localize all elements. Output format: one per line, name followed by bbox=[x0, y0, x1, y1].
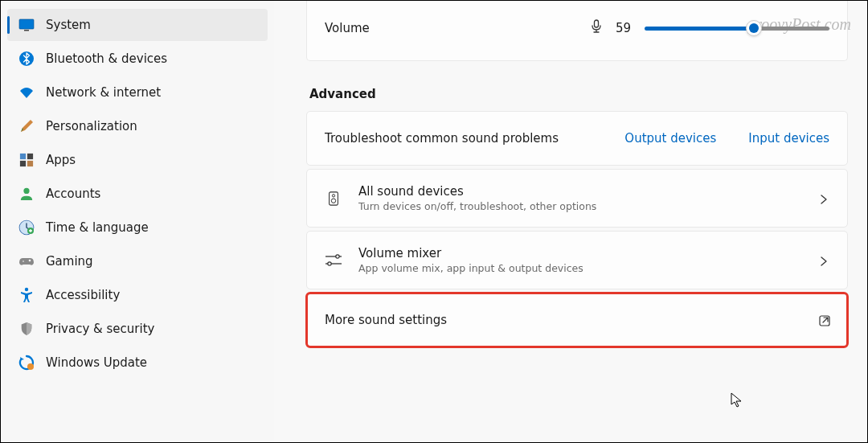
sidebar-item-label: Accessibility bbox=[46, 288, 120, 302]
apps-icon bbox=[18, 152, 35, 168]
sidebar-item-bluetooth[interactable]: Bluetooth & devices bbox=[7, 43, 268, 75]
system-icon bbox=[18, 17, 35, 33]
svg-rect-6 bbox=[20, 161, 26, 166]
sidebar-item-label: Gaming bbox=[46, 254, 93, 269]
main-content: groovyPost.com Volume 59 Advanc bbox=[274, 1, 867, 442]
all-devices-title: All sound devices bbox=[358, 184, 810, 199]
sidebar-item-label: Network & internet bbox=[46, 85, 161, 100]
brush-icon bbox=[18, 118, 35, 134]
svg-rect-0 bbox=[19, 19, 34, 29]
sidebar-item-label: Apps bbox=[46, 153, 76, 167]
svg-point-14 bbox=[25, 288, 28, 291]
accessibility-icon bbox=[18, 287, 35, 303]
mouse-cursor bbox=[731, 392, 745, 410]
svg-point-13 bbox=[23, 260, 24, 262]
sidebar-item-time-language[interactable]: Time & language bbox=[7, 211, 268, 244]
svg-rect-16 bbox=[595, 20, 599, 27]
volume-slider-thumb[interactable] bbox=[746, 20, 762, 36]
chevron-right-icon bbox=[818, 193, 829, 204]
advanced-section-title: Advanced bbox=[309, 87, 848, 101]
input-devices-link[interactable]: Input devices bbox=[748, 131, 829, 146]
sidebar-item-privacy[interactable]: Privacy & security bbox=[7, 313, 268, 345]
volume-value: 59 bbox=[616, 21, 633, 35]
clock-icon bbox=[18, 219, 35, 236]
more-sound-title: More sound settings bbox=[325, 313, 810, 327]
sidebar-item-label: Privacy & security bbox=[46, 322, 154, 336]
gamepad-icon bbox=[18, 253, 35, 269]
svg-point-19 bbox=[331, 199, 335, 203]
wifi-icon bbox=[18, 84, 35, 100]
open-external-icon bbox=[818, 314, 829, 326]
svg-rect-7 bbox=[27, 161, 33, 166]
sidebar-item-label: Windows Update bbox=[46, 355, 147, 370]
sidebar-item-label: Time & language bbox=[46, 220, 149, 235]
mixer-subtitle: App volume mix, app input & output devic… bbox=[358, 262, 810, 274]
svg-point-21 bbox=[336, 254, 339, 257]
speaker-device-icon bbox=[325, 190, 342, 207]
settings-sidebar: System Bluetooth & devices Network & int… bbox=[1, 1, 274, 442]
microphone-icon[interactable] bbox=[588, 18, 604, 38]
mixer-title: Volume mixer bbox=[358, 246, 810, 260]
output-devices-link[interactable]: Output devices bbox=[624, 131, 716, 146]
svg-point-23 bbox=[328, 261, 331, 265]
all-sound-devices-row[interactable]: All sound devices Turn devices on/off, t… bbox=[306, 169, 848, 228]
watermark-text: groovyPost.com bbox=[747, 15, 851, 34]
chevron-right-icon bbox=[818, 255, 829, 266]
svg-point-18 bbox=[332, 194, 334, 196]
bluetooth-icon bbox=[18, 51, 35, 67]
sidebar-item-accessibility[interactable]: Accessibility bbox=[7, 279, 268, 311]
mixer-icon bbox=[325, 252, 342, 269]
shield-icon bbox=[18, 321, 35, 337]
volume-slider[interactable] bbox=[645, 27, 829, 31]
sidebar-item-label: Accounts bbox=[46, 187, 100, 201]
more-sound-settings-row[interactable]: More sound settings bbox=[306, 293, 848, 347]
troubleshoot-card: Troubleshoot common sound problems Outpu… bbox=[306, 111, 848, 166]
sidebar-item-network[interactable]: Network & internet bbox=[7, 76, 268, 109]
sidebar-item-system[interactable]: System bbox=[7, 9, 268, 41]
volume-label: Volume bbox=[325, 21, 370, 35]
sidebar-item-gaming[interactable]: Gaming bbox=[7, 245, 268, 277]
all-devices-subtitle: Turn devices on/off, troubleshoot, other… bbox=[358, 200, 810, 212]
sidebar-item-windows-update[interactable]: Windows Update bbox=[7, 347, 268, 379]
svg-point-12 bbox=[29, 260, 31, 262]
person-icon bbox=[18, 186, 35, 202]
troubleshoot-label: Troubleshoot common sound problems bbox=[325, 131, 559, 146]
svg-point-15 bbox=[27, 363, 34, 370]
sidebar-item-accounts[interactable]: Accounts bbox=[7, 178, 268, 210]
sidebar-item-label: Personalization bbox=[46, 119, 137, 133]
sidebar-item-label: System bbox=[46, 18, 91, 32]
update-icon bbox=[18, 355, 35, 371]
sidebar-item-personalization[interactable]: Personalization bbox=[7, 110, 268, 142]
svg-rect-2 bbox=[24, 30, 29, 31]
sidebar-item-label: Bluetooth & devices bbox=[46, 51, 167, 66]
svg-point-8 bbox=[23, 188, 29, 194]
volume-mixer-row[interactable]: Volume mixer App volume mix, app input &… bbox=[306, 231, 848, 289]
sidebar-item-apps[interactable]: Apps bbox=[7, 144, 268, 176]
svg-rect-4 bbox=[20, 154, 26, 159]
svg-rect-5 bbox=[27, 154, 33, 159]
